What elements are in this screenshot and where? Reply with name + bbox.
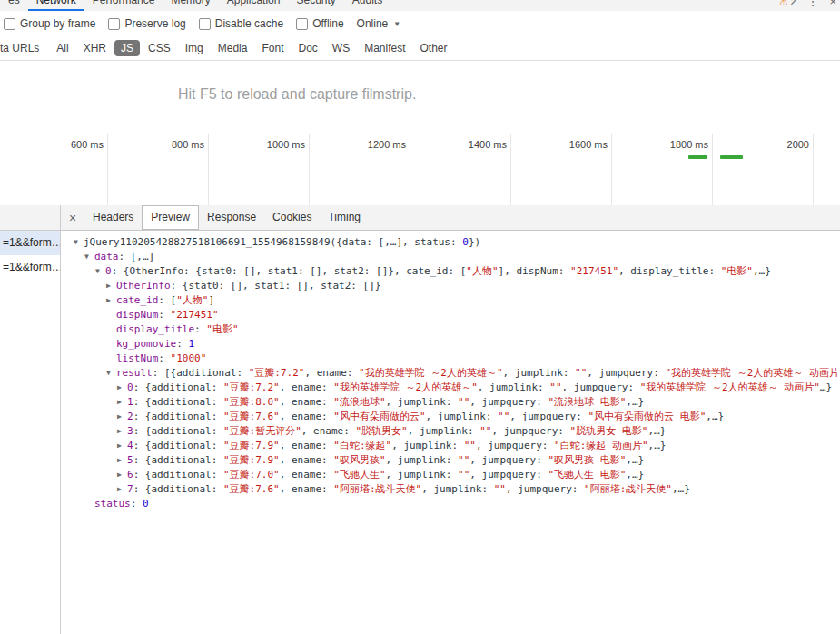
filter-pill-font[interactable]: Font <box>255 40 290 56</box>
details-tab-response[interactable]: Response <box>199 205 264 230</box>
details-tab-preview[interactable]: Preview <box>142 205 199 230</box>
json-tree-line: ▶1: {additional: "豆瓣:8.0", ename: "流浪地球"… <box>61 395 840 410</box>
devtools-tab-audits[interactable]: Audits <box>344 0 390 11</box>
disclosure-triangle-icon[interactable]: ▼ <box>106 366 116 381</box>
json-key: dispNum <box>116 309 158 321</box>
json-punctuation: , jumpquery: <box>587 367 665 379</box>
json-string: "豆瓣:暂无评分" <box>223 425 301 437</box>
timeline-gridline <box>309 134 310 206</box>
disclosure-triangle-icon[interactable]: ▼ <box>95 264 105 279</box>
filter-pill-ws[interactable]: WS <box>326 40 356 56</box>
devtools-tab-security[interactable]: Security <box>288 0 343 11</box>
disclosure-triangle-icon[interactable]: ▶ <box>106 279 116 293</box>
json-punctuation: , display_title: <box>618 265 721 277</box>
json-key: display_title <box>116 323 194 335</box>
filter-pill-css[interactable]: CSS <box>142 40 177 56</box>
disclosure-triangle-icon[interactable]: ▼ <box>84 250 94 264</box>
json-key: listNum <box>116 352 158 364</box>
more-menu-icon[interactable]: ⋮ <box>806 0 818 8</box>
details-tab-timing[interactable]: Timing <box>320 205 369 230</box>
network-activity-bar <box>688 155 707 159</box>
checkbox-disable-cache[interactable]: Disable cache <box>199 17 283 30</box>
json-string: "驭风男孩 电影" <box>548 454 626 466</box>
json-punctuation: , ename: <box>280 381 334 393</box>
json-punctuation: : {additional: <box>133 381 223 393</box>
checkbox-preserve-log[interactable]: Preserve log <box>108 17 185 30</box>
details-tab-headers[interactable]: Headers <box>84 205 142 230</box>
json-punctuation: , jumplink: <box>478 381 549 393</box>
checkbox-label: Preserve log <box>124 17 185 30</box>
filter-pill-xhr[interactable]: XHR <box>77 40 113 56</box>
disclosure-triangle-icon[interactable]: ▼ <box>74 235 84 250</box>
request-row[interactable]: =1&&form… <box>0 231 60 255</box>
devtools-tab-application[interactable]: Application <box>219 0 289 11</box>
checkbox-box-icon <box>108 18 120 30</box>
json-tree-line: ▶OtherInfo: {stat0: [], stat1: [], stat2… <box>61 279 840 293</box>
disclosure-triangle-icon <box>106 308 116 322</box>
checkbox-offline[interactable]: Offline <box>296 17 343 30</box>
disclosure-triangle-icon[interactable]: ▶ <box>117 468 127 482</box>
filter-pill-manifest[interactable]: Manifest <box>358 40 411 56</box>
disclosure-triangle-icon[interactable]: ▶ <box>117 424 127 439</box>
checkbox-group-by-frame[interactable]: Group by frame <box>4 17 95 30</box>
disclosure-triangle-icon[interactable]: ▶ <box>117 482 127 497</box>
json-punctuation: , ename: <box>280 483 334 495</box>
timeline-gridline <box>510 134 511 206</box>
checkbox-box-icon <box>4 18 15 30</box>
json-punctuation: …} <box>820 381 832 393</box>
disclosure-triangle-icon[interactable]: ▶ <box>117 439 127 453</box>
filter-pill-js[interactable]: JS <box>114 40 140 56</box>
details-tab-cookies[interactable]: Cookies <box>264 205 320 230</box>
json-punctuation: : <box>158 352 170 364</box>
json-tree-line: listNum: "1000" <box>61 352 840 366</box>
json-punctuation: , jumplink: <box>426 411 498 422</box>
disclosure-triangle-icon[interactable]: ▶ <box>117 410 127 424</box>
warning-badge[interactable]: ⚠2 <box>779 0 796 9</box>
close-details-button[interactable]: × <box>61 211 84 225</box>
json-punctuation: : <box>119 251 131 263</box>
throttling-value: Online <box>357 17 389 30</box>
json-punctuation: ,…} <box>706 411 724 422</box>
json-punctuation: ,…} <box>672 483 690 495</box>
timeline-tick-label: 1600 ms <box>542 139 608 150</box>
json-punctuation: : <box>176 338 188 350</box>
close-devtools-icon[interactable]: × <box>829 0 836 8</box>
json-tree-line: ▼data: [,…] <box>61 250 840 264</box>
json-punctuation: , ename: <box>280 469 334 480</box>
devtools-tab-memory[interactable]: Memory <box>163 0 218 11</box>
timeline-tick-label: 600 ms <box>38 139 104 150</box>
filter-pill-img[interactable]: Img <box>179 40 210 56</box>
timeline-tick-label: 1400 ms <box>441 139 507 150</box>
disclosure-triangle-icon[interactable]: ▶ <box>117 381 127 395</box>
disclosure-triangle-icon[interactable]: ▶ <box>117 453 127 468</box>
timeline-tick-label: 1000 ms <box>240 139 305 150</box>
filter-pill-other[interactable]: Other <box>414 40 454 56</box>
filter-pill-doc[interactable]: Doc <box>292 40 323 56</box>
json-punctuation: : {OtherInfo: {stat0: [], stat1: [], sta… <box>112 265 467 277</box>
json-string: "驭风男孩" <box>333 454 385 466</box>
json-punctuation: ,…} <box>647 425 666 437</box>
devtools-tab-network[interactable]: Network <box>28 0 84 11</box>
json-string: "阿丽塔:战斗天使" <box>333 483 421 495</box>
json-punctuation: ,…} <box>648 440 667 451</box>
json-punctuation: , jumplink: <box>391 440 463 451</box>
filter-pill-media[interactable]: Media <box>212 40 254 56</box>
json-tree-line: ▶6: {additional: "豆瓣:7.0", ename: "飞驰人生"… <box>61 468 840 482</box>
json-string: "豆瓣:7.6" <box>223 483 280 495</box>
json-punctuation: : {additional: <box>133 425 223 437</box>
disclosure-triangle-icon <box>106 322 116 337</box>
devtools-tab-performance[interactable]: Performance <box>84 0 163 11</box>
timeline-overview[interactable]: 600 ms800 ms1000 ms1200 ms1400 ms1600 ms… <box>0 134 840 207</box>
json-punctuation: , jumpquery: <box>506 483 584 495</box>
disclosure-triangle-icon[interactable]: ▶ <box>117 395 127 410</box>
throttling-select[interactable]: Online ▼ <box>357 17 401 30</box>
json-punctuation: : {additional: <box>133 454 223 466</box>
hide-data-urls-label[interactable]: ta URLs <box>0 42 39 54</box>
json-punctuation: : [{additional: <box>153 367 249 379</box>
disclosure-triangle-icon[interactable]: ▶ <box>106 293 116 308</box>
json-key: 6 <box>127 469 133 480</box>
json-punctuation: [,…] <box>379 236 403 248</box>
request-row[interactable]: =1&&form… <box>0 255 60 280</box>
devtools-tab-es[interactable]: es <box>0 0 28 11</box>
filter-pill-all[interactable]: All <box>50 40 74 56</box>
